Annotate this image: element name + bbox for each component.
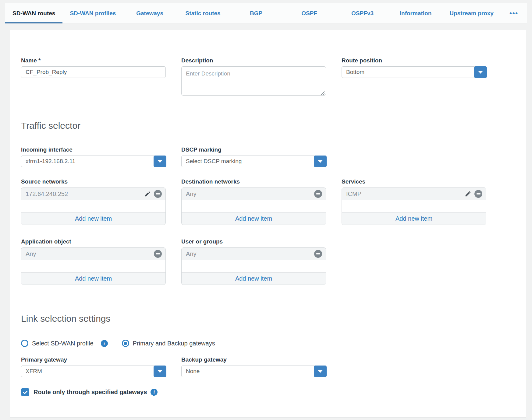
incoming-interface-field: Incoming interface xfrm1-192.168.2.11: [21, 146, 166, 167]
primary-gateway-dropdown-button[interactable]: [154, 366, 166, 377]
interface-dscp-row: Incoming interface xfrm1-192.168.2.11 DS…: [21, 146, 515, 167]
add-new-item-button[interactable]: Add new item: [182, 212, 326, 225]
route-position-select[interactable]: Bottom: [342, 66, 486, 78]
route-only-row: Route only through specified gateways i: [21, 388, 515, 396]
add-new-item-button[interactable]: Add new item: [182, 272, 326, 285]
services-field: Services ICMP Add new item: [342, 178, 486, 225]
remove-item-icon[interactable]: [314, 250, 322, 258]
add-new-item-button[interactable]: Add new item: [21, 212, 165, 225]
tab-bar: SD-WAN routes SD-WAN profiles Gateways S…: [5, 3, 527, 24]
info-icon[interactable]: i: [151, 389, 158, 396]
list-item: Any: [21, 248, 165, 260]
edit-pencil-icon[interactable]: [144, 191, 151, 197]
link-selection-radio-row: Select SD-WAN profile i Primary and Back…: [21, 340, 515, 347]
route-position-field: Route position Bottom: [342, 57, 486, 78]
list-item-text: Any: [186, 250, 314, 257]
remove-item-icon[interactable]: [154, 190, 162, 198]
caret-down-icon: [478, 71, 483, 74]
dscp-marking-dropdown-button[interactable]: [314, 156, 327, 167]
list-item-text: ICMP: [346, 191, 465, 198]
list-item-text: Any: [186, 191, 314, 198]
destination-networks-label: Destination networks: [181, 178, 326, 185]
destination-networks-field: Destination networks Any Add new item: [181, 178, 326, 225]
tab-information[interactable]: Information: [389, 3, 442, 23]
list-spacer: [182, 260, 326, 272]
basic-info-row: Name * Description Route position Bottom: [21, 57, 515, 97]
backup-gateway-dropdown-button[interactable]: [314, 366, 327, 377]
caret-down-icon: [318, 160, 323, 163]
section-divider: [21, 303, 515, 303]
tab-label: Upstream proxy: [449, 10, 494, 17]
list-spacer: [21, 200, 165, 212]
tab-label: OSPFv3: [351, 10, 374, 17]
primary-gateway-select[interactable]: XFRM: [21, 366, 166, 377]
dscp-marking-value: Select DSCP marking: [182, 156, 326, 167]
incoming-interface-select[interactable]: xfrm1-192.168.2.11: [21, 156, 166, 167]
add-new-item-button[interactable]: Add new item: [21, 272, 165, 285]
route-only-checkbox[interactable]: [21, 388, 29, 396]
tab-sdwan-profiles[interactable]: SD-WAN profiles: [62, 3, 123, 23]
remove-item-icon[interactable]: [154, 250, 162, 258]
list-item: Any: [182, 248, 326, 260]
tab-ospf[interactable]: OSPF: [283, 3, 336, 23]
tab-label: Information: [400, 10, 432, 17]
user-or-groups-listbox: Any Add new item: [181, 247, 326, 285]
app-user-row: Application object Any Add new item User…: [21, 238, 515, 285]
sdwan-route-form-card: Name * Description Route position Bottom…: [10, 30, 526, 418]
name-label: Name *: [21, 57, 166, 64]
list-item-text: Any: [26, 250, 154, 257]
tab-gateways[interactable]: Gateways: [123, 3, 176, 23]
list-item: ICMP: [342, 188, 486, 200]
remove-item-icon[interactable]: [474, 190, 482, 198]
incoming-interface-dropdown-button[interactable]: [154, 156, 166, 167]
tab-ospfv3[interactable]: OSPFv3: [336, 3, 389, 23]
info-icon[interactable]: i: [101, 340, 108, 347]
name-input[interactable]: [21, 66, 166, 78]
list-spacer: [342, 200, 486, 212]
radio-unselected-icon[interactable]: [21, 340, 28, 347]
radio-select-sdwan-profile[interactable]: Select SD-WAN profile i: [21, 340, 108, 347]
route-position-value: Bottom: [342, 67, 486, 78]
add-new-item-button[interactable]: Add new item: [342, 212, 486, 225]
remove-item-icon[interactable]: [314, 190, 322, 198]
tab-label: Gateways: [136, 10, 163, 17]
tab-label: OSPF: [301, 10, 317, 17]
route-position-label: Route position: [342, 57, 486, 64]
traffic-selector-heading: Traffic selector: [21, 121, 515, 131]
tab-more-menu[interactable]: •••: [501, 3, 527, 23]
tab-upstream-proxy[interactable]: Upstream proxy: [442, 3, 501, 23]
list-spacer: [182, 200, 326, 212]
tab-bgp[interactable]: BGP: [229, 3, 282, 23]
backup-gateway-field: Backup gateway None: [181, 356, 326, 377]
route-only-label: Route only through specified gateways: [34, 389, 147, 396]
services-listbox: ICMP Add new item: [342, 187, 486, 225]
tab-label: BGP: [250, 10, 262, 17]
list-item-text: 172.64.240.252: [26, 191, 144, 198]
radio-selected-icon[interactable]: [122, 340, 129, 347]
incoming-interface-value: xfrm1-192.168.2.11: [21, 156, 165, 167]
section-divider: [21, 110, 515, 110]
radio-label: Primary and Backup gateways: [133, 340, 215, 347]
tab-sdwan-routes[interactable]: SD-WAN routes: [5, 3, 62, 23]
networks-services-row: Source networks 172.64.240.252 Add new i…: [21, 178, 515, 225]
radio-primary-backup-gateways[interactable]: Primary and Backup gateways: [122, 340, 215, 347]
tab-label: SD-WAN routes: [12, 10, 55, 17]
dscp-marking-label: DSCP marking: [181, 146, 326, 153]
source-networks-listbox: 172.64.240.252 Add new item: [21, 187, 166, 225]
dscp-marking-select[interactable]: Select DSCP marking: [181, 156, 326, 167]
link-selection-heading: Link selection settings: [21, 313, 515, 324]
description-textarea[interactable]: [181, 66, 326, 96]
tab-static-routes[interactable]: Static routes: [176, 3, 229, 23]
edit-pencil-icon[interactable]: [465, 191, 471, 197]
backup-gateway-select[interactable]: None: [181, 366, 326, 377]
route-position-dropdown-button[interactable]: [474, 66, 487, 78]
application-object-field: Application object Any Add new item: [21, 238, 166, 285]
tab-label: SD-WAN profiles: [70, 10, 116, 17]
dscp-marking-field: DSCP marking Select DSCP marking: [181, 146, 326, 167]
user-or-groups-field: User or groups Any Add new item: [181, 238, 326, 285]
services-label: Services: [342, 178, 486, 185]
list-spacer: [21, 260, 165, 272]
user-or-groups-label: User or groups: [181, 238, 326, 245]
tab-label: Static routes: [186, 10, 221, 17]
description-field: Description: [181, 57, 326, 97]
